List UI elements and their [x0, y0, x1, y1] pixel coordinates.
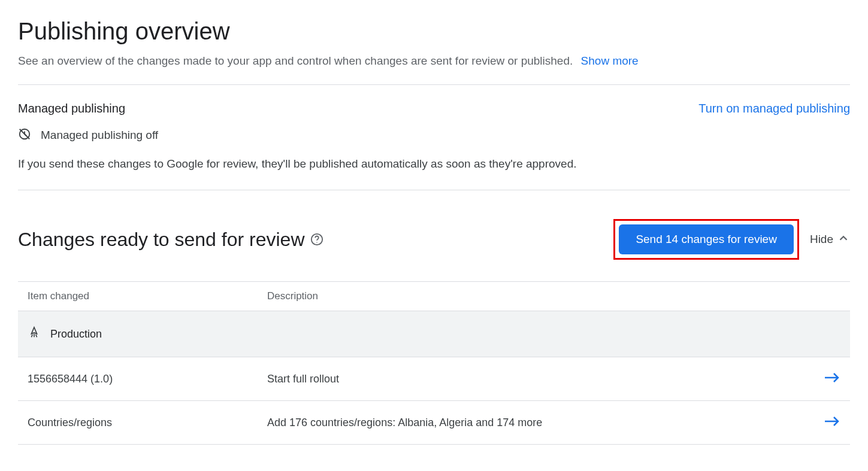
changes-actions: Send 14 changes for review Hide	[613, 219, 850, 260]
divider	[18, 84, 850, 85]
table-row[interactable]: 1556658444 (1.0) Start full rollout	[18, 357, 850, 401]
page-subtitle-row: See an overview of the changes made to y…	[18, 54, 850, 68]
arrow-right-icon[interactable]	[824, 372, 840, 386]
send-changes-button[interactable]: Send 14 changes for review	[619, 224, 794, 254]
managed-publishing-status-row: Managed publishing off	[18, 127, 850, 143]
page-title: Publishing overview	[18, 18, 850, 45]
svg-point-3	[317, 242, 317, 242]
row-description: Start full rollout	[267, 373, 805, 385]
managed-publishing-header: Managed publishing Turn on managed publi…	[18, 102, 850, 116]
help-icon[interactable]	[310, 233, 323, 246]
publishing-off-icon	[18, 127, 31, 143]
arrow-right-icon[interactable]	[824, 415, 840, 430]
table-header: Item changed Description	[18, 282, 850, 311]
divider	[18, 190, 850, 190]
turn-on-managed-publishing-button[interactable]: Turn on managed publishing	[698, 102, 850, 116]
row-item: 1556658444 (1.0)	[28, 373, 267, 385]
changes-header-row: Changes ready to send for review Send 14…	[18, 219, 850, 260]
managed-publishing-title: Managed publishing	[18, 102, 125, 116]
rocket-icon	[28, 326, 41, 342]
send-button-highlight: Send 14 changes for review	[613, 219, 799, 260]
column-item-changed: Item changed	[28, 290, 267, 302]
row-description: Add 176 countries/regions: Albania, Alge…	[267, 417, 805, 429]
page-subtitle-text: See an overview of the changes made to y…	[18, 54, 573, 67]
row-item: Countries/regions	[28, 417, 267, 429]
table-row[interactable]: Countries/regions Add 176 countries/regi…	[18, 401, 850, 445]
hide-label: Hide	[810, 233, 833, 246]
chevron-up-icon	[837, 232, 850, 248]
show-more-link[interactable]: Show more	[581, 54, 639, 67]
managed-publishing-description: If you send these changes to Google for …	[18, 157, 850, 171]
changes-title-wrap: Changes ready to send for review	[18, 229, 323, 251]
group-label: Production	[50, 328, 102, 341]
changes-table: Item changed Description Production 1556…	[18, 281, 850, 445]
group-row-production: Production	[18, 311, 850, 357]
changes-title: Changes ready to send for review	[18, 229, 304, 251]
column-description: Description	[267, 290, 805, 302]
managed-publishing-status-text: Managed publishing off	[41, 129, 158, 142]
hide-toggle[interactable]: Hide	[810, 232, 850, 248]
